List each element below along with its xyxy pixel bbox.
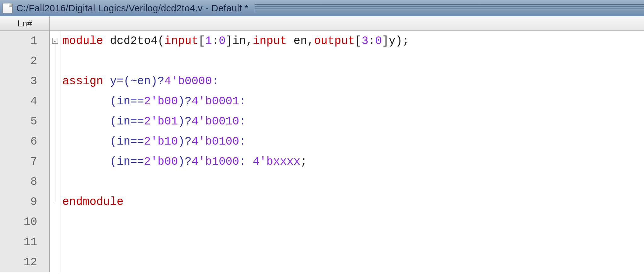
keyword: output bbox=[314, 35, 355, 47]
literal: 2'b00 bbox=[144, 95, 178, 108]
line-number: 1 bbox=[0, 31, 49, 51]
indent bbox=[62, 95, 110, 108]
code-text: [ bbox=[355, 35, 362, 47]
code-text: : bbox=[368, 35, 375, 47]
fold-cell bbox=[50, 91, 60, 111]
fold-cell bbox=[50, 71, 60, 91]
fold-cell[interactable]: - bbox=[50, 31, 60, 51]
fold-cell bbox=[50, 252, 60, 272]
indent bbox=[62, 115, 110, 128]
file-icon bbox=[3, 3, 13, 13]
titlebar[interactable]: C:/Fall2016/Digital Logics/Verilog/dcd2t… bbox=[0, 0, 644, 16]
fold-cell bbox=[50, 151, 60, 172]
code-area[interactable]: module dcd2to4(input[1:0]in,input en,out… bbox=[60, 31, 644, 272]
code-text: ]y); bbox=[382, 35, 409, 47]
code-text: dcd2to4( bbox=[103, 35, 164, 47]
operator: )? bbox=[178, 135, 191, 148]
code-line[interactable]: assign y=(~en)?4'b0000: bbox=[62, 71, 644, 91]
operator: : bbox=[239, 135, 246, 148]
fold-gutter: - bbox=[50, 31, 60, 272]
operator: )? bbox=[178, 95, 191, 108]
line-number-header[interactable]: Ln# bbox=[0, 16, 50, 30]
indent bbox=[62, 155, 110, 168]
literal: 4'b0001 bbox=[192, 95, 239, 108]
line-number: 4 bbox=[0, 91, 49, 111]
indent bbox=[62, 135, 110, 148]
code-text: : bbox=[212, 35, 219, 47]
line-number: 5 bbox=[0, 111, 49, 131]
fold-cell bbox=[50, 51, 60, 71]
code-text: ]in, bbox=[226, 35, 253, 47]
fold-guide bbox=[55, 51, 55, 71]
literal: 2'b00 bbox=[144, 155, 178, 168]
code-line[interactable] bbox=[62, 252, 644, 272]
operator: : bbox=[212, 75, 219, 88]
keyword: endmodule bbox=[62, 195, 123, 208]
line-number: 8 bbox=[0, 172, 49, 192]
fold-cell bbox=[50, 131, 60, 151]
fold-cell bbox=[50, 232, 60, 252]
code-line[interactable] bbox=[62, 51, 644, 71]
fold-cell bbox=[50, 172, 60, 192]
editor-area: 1 2 3 4 5 6 7 8 9 10 11 12 - module dcd2… bbox=[0, 31, 644, 272]
titlebar-path: C:/Fall2016/Digital Logics/Verilog/dcd2t… bbox=[16, 3, 248, 14]
operator: y=(~en)? bbox=[103, 75, 164, 88]
line-number: 2 bbox=[0, 51, 49, 71]
fold-guide bbox=[55, 41, 55, 51]
literal: 3 bbox=[362, 35, 369, 47]
operator: : bbox=[239, 155, 253, 168]
operator: : bbox=[239, 115, 246, 128]
literal: 2'b10 bbox=[144, 135, 178, 148]
code-line[interactable] bbox=[62, 212, 644, 232]
line-number-gutter[interactable]: 1 2 3 4 5 6 7 8 9 10 11 12 bbox=[0, 31, 50, 272]
operator: )? bbox=[178, 115, 191, 128]
line-number: 7 bbox=[0, 151, 49, 172]
editor-header: Ln# bbox=[0, 16, 644, 31]
literal: 1 bbox=[205, 35, 212, 47]
code-line[interactable]: (in==2'b00)?4'b0001: bbox=[62, 91, 644, 111]
code-line[interactable] bbox=[62, 232, 644, 252]
line-number: 11 bbox=[0, 232, 49, 252]
literal: 2'b01 bbox=[144, 115, 178, 128]
operator: : bbox=[239, 95, 246, 108]
literal: 4'b1000 bbox=[192, 155, 239, 168]
code-text: en, bbox=[287, 35, 314, 47]
fold-guide bbox=[55, 192, 55, 202]
line-number: 3 bbox=[0, 71, 49, 91]
fold-guide bbox=[55, 111, 55, 131]
editor-header-spacer bbox=[50, 16, 644, 30]
fold-guide bbox=[55, 151, 55, 172]
operator: (in== bbox=[110, 135, 144, 148]
operator: )? bbox=[178, 155, 191, 168]
literal: 0 bbox=[219, 35, 226, 47]
fold-guide bbox=[55, 71, 55, 91]
operator: (in== bbox=[110, 95, 144, 108]
code-line[interactable]: endmodule bbox=[62, 192, 644, 212]
fold-cell bbox=[50, 111, 60, 131]
code-line[interactable]: (in==2'b01)?4'b0010: bbox=[62, 111, 644, 131]
operator: (in== bbox=[110, 115, 144, 128]
literal: 0 bbox=[375, 35, 382, 47]
code-line[interactable]: module dcd2to4(input[1:0]in,input en,out… bbox=[62, 31, 644, 51]
keyword: input bbox=[253, 35, 287, 47]
titlebar-grip bbox=[255, 4, 644, 12]
fold-cell bbox=[50, 192, 60, 212]
literal: 4'bxxxx bbox=[253, 155, 300, 168]
keyword: module bbox=[62, 35, 103, 47]
fold-guide bbox=[55, 172, 55, 192]
fold-guide bbox=[55, 131, 55, 151]
code-text: [ bbox=[198, 35, 205, 47]
operator: (in== bbox=[110, 155, 144, 168]
code-text: ; bbox=[300, 155, 307, 168]
line-number: 6 bbox=[0, 131, 49, 151]
code-line[interactable]: (in==2'b10)?4'b0100: bbox=[62, 131, 644, 151]
keyword: input bbox=[164, 35, 198, 47]
code-line[interactable] bbox=[62, 172, 644, 192]
keyword: assign bbox=[62, 75, 103, 88]
literal: 4'b0100 bbox=[192, 135, 239, 148]
fold-guide bbox=[55, 91, 55, 111]
literal: 4'b0000 bbox=[164, 75, 212, 88]
code-line[interactable]: (in==2'b00)?4'b1000: 4'bxxxx; bbox=[62, 151, 644, 172]
line-number: 9 bbox=[0, 192, 49, 212]
fold-cell bbox=[50, 212, 60, 232]
